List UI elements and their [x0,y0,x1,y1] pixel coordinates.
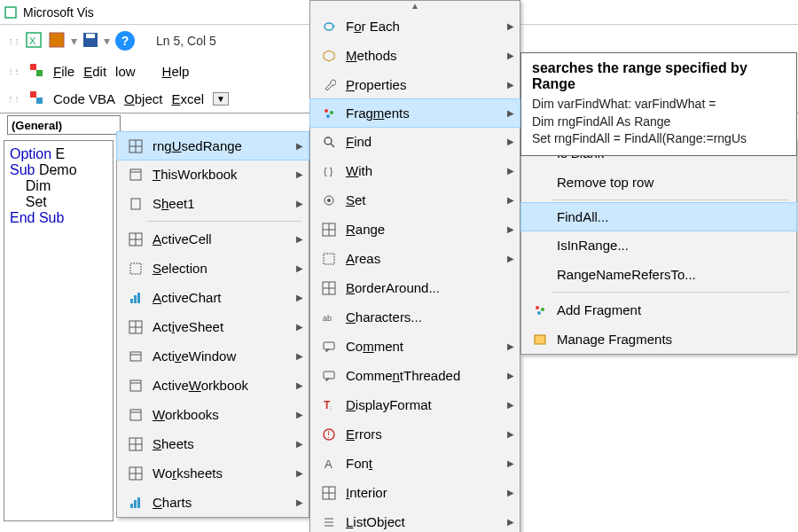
submenu-arrow-icon: ▶ [296,351,303,361]
menu-item[interactable]: Range▶ [310,215,520,244]
menu-item[interactable]: ActiveChart▶ [117,283,309,312]
menu-item[interactable]: Remove top row [521,168,796,197]
grid-icon [317,486,340,500]
menu-item-label: Find [340,134,498,149]
excel-label[interactable]: Excel [171,91,204,106]
menu-item[interactable]: CommentThreaded▶ [310,361,520,390]
menu-file[interactable]: File [53,64,74,79]
menu-item-label: DisplayFormat [340,397,498,412]
menu-item[interactable]: Find▶ [310,127,520,156]
menu-item-label: ActiveCell [147,231,287,246]
menu-item[interactable]: IsInRange... [521,231,796,260]
menu-item-label: Interior [340,485,498,500]
menu-item-label: CommentThreaded [340,368,498,383]
svg-rect-55 [324,254,334,264]
menu-item[interactable]: Manage Fragments [521,325,796,354]
menu-edit[interactable]: Edit [83,64,106,79]
cube-icon [317,49,340,63]
submenu-arrow-icon: ▶ [507,458,514,468]
menu-item[interactable]: ThisWorkbook▶ [117,160,309,189]
menu-item[interactable]: !Errors▶ [310,419,520,449]
svg-marker-63 [326,379,329,381]
general-combo[interactable]: (General) [7,115,121,135]
submenu-arrow-icon: ▶ [507,341,514,351]
menu-item[interactable]: rngUsedRange▶ [116,131,309,160]
menu-item[interactable]: FindAll... [520,202,797,231]
save-icon[interactable] [82,32,98,51]
menu-item[interactable]: Fragments▶ [309,98,520,128]
chart-icon [124,291,147,305]
code-editor[interactable]: Option E Sub Demo Dim Set End Sub [4,140,113,521]
submenu-arrow-icon: ▶ [296,234,303,244]
menu-item[interactable]: BorderAround... [310,273,520,302]
comment-icon [317,369,340,383]
menu-low[interactable]: low [115,64,136,79]
menu-item[interactable]: ListObject▶ [310,507,520,532]
svg-text:{ }: { } [324,166,333,176]
menu-item[interactable]: Sheets▶ [117,429,309,458]
object-label[interactable]: Object [124,91,162,106]
title-text: Microsoft Vis [23,5,94,20]
grid-icon [317,223,340,237]
scroll-up-icon[interactable]: ▲ [310,1,520,12]
menu-item[interactable]: Worksheets▶ [117,458,309,488]
wrench-icon [317,78,340,92]
svg-marker-42 [332,25,335,27]
menu-item[interactable]: Workbooks▶ [117,400,309,429]
error-icon: ! [317,427,340,442]
menu-item[interactable]: abCharacters... [310,302,520,332]
util-icon[interactable] [28,62,44,81]
menu-item-label: Sheets [147,436,287,451]
excel-icon[interactable]: X [25,31,43,51]
help-icon[interactable]: ? [115,31,135,51]
menu-item[interactable]: AFont▶ [310,449,520,478]
menu-item[interactable]: Charts▶ [117,488,309,517]
svg-rect-5 [86,34,95,38]
tooltip: searches the range specified by Range Di… [520,52,797,156]
submenu-arrow-icon: ▶ [507,429,514,439]
frag-icon [528,303,552,317]
menu-item[interactable]: Add Fragment [521,295,796,325]
svg-marker-43 [324,51,334,61]
code-kw: Option [10,146,56,161]
module-icon[interactable] [48,31,66,51]
menu-item[interactable]: Properties▶ [310,70,520,99]
menu-item[interactable]: For Each▶ [310,12,520,41]
menu-item[interactable]: Areas▶ [310,244,520,273]
svg-rect-3 [50,33,64,47]
list-icon [317,515,340,529]
loop-icon [317,20,340,34]
menu-help[interactable]: Help [162,64,190,79]
grid-icon [124,320,147,334]
menu-item[interactable]: Selection▶ [117,254,309,283]
menu-item[interactable]: Sheet1▶ [117,189,309,218]
menu-item[interactable]: ActiveWorkbook▶ [117,371,309,400]
menu-item[interactable]: Set▶ [310,185,520,215]
menu-item[interactable]: Methods▶ [310,41,520,70]
book-icon [124,379,147,393]
svg-rect-0 [5,7,16,18]
abc-icon: ab [317,310,340,325]
menu-item[interactable]: Interior▶ [310,478,520,507]
svg-rect-30 [130,410,141,420]
dropdown-toggle[interactable]: ▼ [213,92,229,106]
codevba-icon[interactable] [28,90,44,108]
menu-item[interactable]: ActiveCell▶ [117,224,309,254]
svg-rect-15 [131,199,140,209]
menu-item-label: Characters... [340,309,498,325]
menu-item[interactable]: { }With▶ [310,156,520,185]
menu-item[interactable]: RangeNameRefersTo... [521,260,796,289]
menu-item-label: Workbooks [147,407,287,422]
submenu-arrow-icon: ▶ [507,517,514,527]
code-kw: End Sub [10,210,64,225]
menu-item[interactable]: Comment▶ [310,332,520,361]
codevba-label[interactable]: Code VBA [53,91,115,106]
submenu-arrow-icon: ▶ [296,199,303,208]
svg-rect-22 [137,293,140,303]
svg-rect-9 [36,98,43,104]
submenu-arrow-icon: ▶ [507,224,514,234]
menu-item[interactable]: ActiveWindow▶ [117,341,309,371]
menu-item[interactable]: T:DisplayFormat▶ [310,390,520,419]
svg-rect-21 [134,295,137,303]
menu-item[interactable]: ActiveSheet▶ [117,312,309,341]
